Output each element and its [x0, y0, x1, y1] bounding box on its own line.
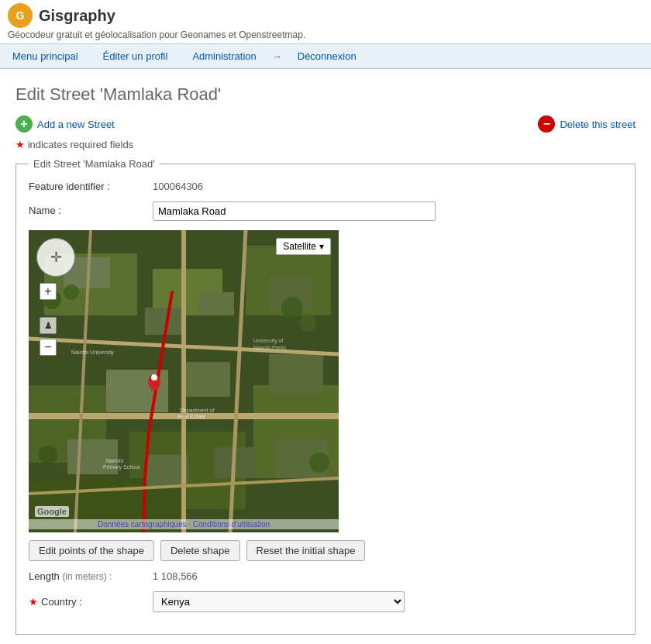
delete-shape-btn[interactable]: Delete shape	[160, 540, 240, 561]
nav-editer-profil[interactable]: Éditer un profil	[91, 44, 181, 68]
svg-point-25	[151, 374, 157, 381]
country-label: ★ Country :	[29, 596, 153, 608]
length-label: Length (in meters) :	[29, 570, 153, 582]
pan-icon: ✛	[50, 249, 62, 266]
map-container[interactable]: Nairobi University Mamlaka Rd University…	[29, 230, 339, 532]
svg-text:Nairobi University: Nairobi University	[71, 350, 114, 356]
svg-rect-17	[145, 455, 188, 486]
map-credits: Données cartographiques · Conditions d'u…	[29, 519, 339, 529]
add-street-button[interactable]: + Add a new Street	[16, 115, 115, 133]
form-section: Edit Street 'Mamlaka Road' Feature ident…	[16, 158, 636, 635]
name-row: Name :	[29, 201, 622, 221]
svg-text:University of: University of	[253, 338, 284, 344]
required-star: ★	[16, 139, 25, 150]
feature-identifier-row: Feature identifier : 100064306	[29, 177, 622, 192]
map-nav-control[interactable]: ✛	[36, 238, 75, 277]
dropdown-arrow-icon: ▾	[319, 241, 324, 252]
svg-point-30	[281, 297, 303, 319]
name-input[interactable]	[153, 201, 436, 221]
reset-shape-btn[interactable]: Reset the initial shape	[246, 540, 366, 561]
svg-text:Nairobi Press: Nairobi Press	[253, 345, 287, 350]
feature-identifier-label: Feature identifier :	[29, 177, 153, 192]
zoom-out-btn[interactable]: −	[40, 339, 57, 356]
svg-text:Nairobi: Nairobi	[106, 458, 124, 463]
nav-menu-principal[interactable]: Menu principal	[0, 44, 91, 68]
page-content: Edit Street 'Mamlaka Road' + Add a new S…	[0, 69, 651, 644]
nav-administration[interactable]: Administration	[180, 44, 268, 68]
edit-points-btn[interactable]: Edit points of the shape	[29, 540, 154, 561]
nav-deconnexion[interactable]: Déconnexion	[285, 44, 369, 68]
svg-point-31	[299, 315, 316, 332]
name-label: Name :	[29, 201, 153, 216]
logo-icon: G	[8, 3, 33, 28]
delete-street-button[interactable]: − Delete this street	[538, 115, 636, 133]
map-credits-text[interactable]: Données cartographiques · Conditions d'u…	[98, 520, 270, 529]
length-value: 1 108,566	[153, 570, 198, 582]
feature-identifier-value: 100064306	[153, 177, 203, 192]
svg-rect-15	[269, 354, 323, 393]
country-row: ★ Country : Kenya Uganda Tanzania Ethiop…	[29, 591, 622, 612]
person-icon: ♟	[44, 320, 53, 331]
tagline: Géocodeur gratuit et géolocalisation pou…	[8, 29, 643, 40]
length-row: Length (in meters) : 1 108,566	[29, 570, 622, 582]
delete-icon: −	[538, 115, 555, 133]
main-nav: Menu principal Éditer un profil Administ…	[0, 44, 651, 69]
map-type-control[interactable]: Satellite ▾	[276, 238, 331, 255]
actions-row: + Add a new Street − Delete this street	[16, 115, 636, 133]
required-notice: ★ indicates required fields	[16, 139, 636, 150]
map-zoom-controls[interactable]: +	[40, 283, 57, 300]
delete-street-label: Delete this street	[560, 119, 636, 130]
fieldset-legend: Edit Street 'Mamlaka Road'	[29, 158, 160, 170]
svg-text:Primary School: Primary School	[103, 464, 140, 470]
google-logo: Google	[35, 506, 69, 517]
svg-rect-14	[184, 362, 230, 397]
add-street-label: Add a new Street	[37, 119, 115, 130]
svg-text:Department of: Department of	[180, 408, 214, 414]
street-view-icon[interactable]: ♟	[40, 317, 57, 334]
map-svg: Nairobi University Mamlaka Rd University…	[29, 230, 339, 532]
add-icon: +	[16, 115, 33, 133]
logo-area: G Gisgraphy	[8, 3, 643, 28]
header: G Gisgraphy Géocodeur gratuit et géoloca…	[0, 0, 651, 44]
nav-arrow: →	[269, 44, 285, 68]
svg-point-32	[39, 446, 57, 464]
satellite-btn[interactable]: Satellite ▾	[276, 238, 331, 255]
svg-point-33	[309, 453, 329, 473]
svg-text:Real Estate: Real Estate	[177, 414, 205, 419]
logo-text: Gisgraphy	[39, 7, 115, 25]
svg-rect-11	[199, 292, 234, 315]
shape-buttons: Edit points of the shape Delete shape Re…	[29, 540, 622, 561]
map-pan-circle[interactable]: ✛	[36, 238, 75, 277]
zoom-in-btn[interactable]: +	[40, 283, 57, 300]
svg-point-29	[64, 284, 79, 300]
country-select[interactable]: Kenya Uganda Tanzania Ethiopia Rwanda	[153, 591, 405, 612]
country-required-star: ★	[29, 596, 38, 608]
satellite-label: Satellite	[283, 241, 316, 252]
page-title: Edit Street 'Mamlaka Road'	[16, 84, 636, 105]
